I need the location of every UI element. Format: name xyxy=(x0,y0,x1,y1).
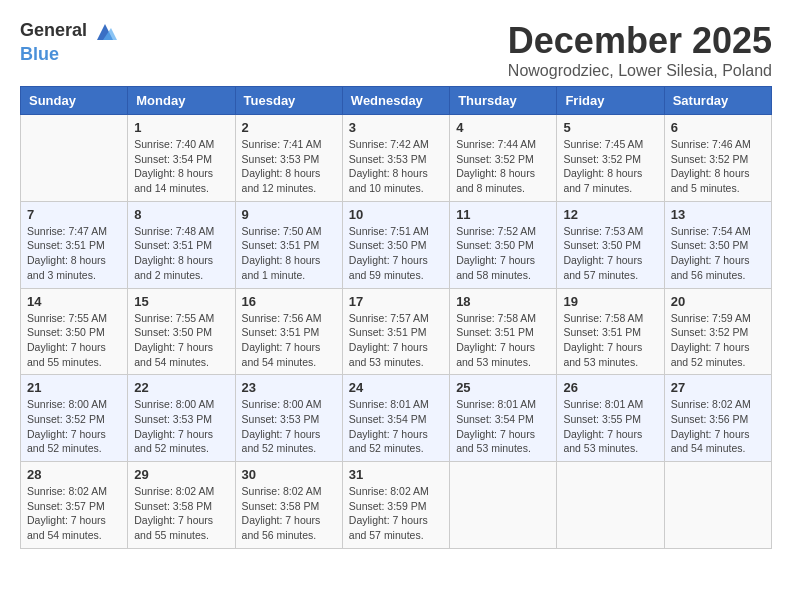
day-info: Sunrise: 8:01 AMSunset: 3:55 PMDaylight:… xyxy=(563,397,657,456)
calendar-week-row: 14Sunrise: 7:55 AMSunset: 3:50 PMDayligh… xyxy=(21,288,772,375)
day-info: Sunrise: 7:54 AMSunset: 3:50 PMDaylight:… xyxy=(671,224,765,283)
logo-icon xyxy=(93,20,117,44)
calendar-day-cell: 31Sunrise: 8:02 AMSunset: 3:59 PMDayligh… xyxy=(342,462,449,549)
day-info: Sunrise: 7:59 AMSunset: 3:52 PMDaylight:… xyxy=(671,311,765,370)
page-header: General Blue December 2025 Nowogrodziec,… xyxy=(20,20,772,80)
calendar-day-cell: 2Sunrise: 7:41 AMSunset: 3:53 PMDaylight… xyxy=(235,115,342,202)
day-number: 28 xyxy=(27,467,121,482)
day-info: Sunrise: 8:02 AMSunset: 3:59 PMDaylight:… xyxy=(349,484,443,543)
day-number: 17 xyxy=(349,294,443,309)
calendar-week-row: 28Sunrise: 8:02 AMSunset: 3:57 PMDayligh… xyxy=(21,462,772,549)
day-number: 2 xyxy=(242,120,336,135)
day-number: 22 xyxy=(134,380,228,395)
day-number: 12 xyxy=(563,207,657,222)
day-info: Sunrise: 7:44 AMSunset: 3:52 PMDaylight:… xyxy=(456,137,550,196)
calendar-week-row: 7Sunrise: 7:47 AMSunset: 3:51 PMDaylight… xyxy=(21,201,772,288)
logo: General Blue xyxy=(20,20,117,65)
calendar-day-cell: 1Sunrise: 7:40 AMSunset: 3:54 PMDaylight… xyxy=(128,115,235,202)
calendar-day-cell: 29Sunrise: 8:02 AMSunset: 3:58 PMDayligh… xyxy=(128,462,235,549)
day-info: Sunrise: 7:45 AMSunset: 3:52 PMDaylight:… xyxy=(563,137,657,196)
calendar-day-cell: 4Sunrise: 7:44 AMSunset: 3:52 PMDaylight… xyxy=(450,115,557,202)
calendar-day-cell: 27Sunrise: 8:02 AMSunset: 3:56 PMDayligh… xyxy=(664,375,771,462)
day-number: 7 xyxy=(27,207,121,222)
calendar-day-cell xyxy=(664,462,771,549)
calendar-day-cell xyxy=(557,462,664,549)
day-number: 31 xyxy=(349,467,443,482)
day-info: Sunrise: 7:55 AMSunset: 3:50 PMDaylight:… xyxy=(134,311,228,370)
day-info: Sunrise: 7:56 AMSunset: 3:51 PMDaylight:… xyxy=(242,311,336,370)
calendar-day-cell: 7Sunrise: 7:47 AMSunset: 3:51 PMDaylight… xyxy=(21,201,128,288)
logo-general: General xyxy=(20,20,87,40)
day-info: Sunrise: 8:00 AMSunset: 3:53 PMDaylight:… xyxy=(242,397,336,456)
day-number: 29 xyxy=(134,467,228,482)
weekday-header: Saturday xyxy=(664,87,771,115)
day-number: 16 xyxy=(242,294,336,309)
calendar-day-cell: 8Sunrise: 7:48 AMSunset: 3:51 PMDaylight… xyxy=(128,201,235,288)
day-info: Sunrise: 7:47 AMSunset: 3:51 PMDaylight:… xyxy=(27,224,121,283)
calendar-week-row: 1Sunrise: 7:40 AMSunset: 3:54 PMDaylight… xyxy=(21,115,772,202)
calendar-day-cell: 17Sunrise: 7:57 AMSunset: 3:51 PMDayligh… xyxy=(342,288,449,375)
day-info: Sunrise: 7:48 AMSunset: 3:51 PMDaylight:… xyxy=(134,224,228,283)
calendar-day-cell: 26Sunrise: 8:01 AMSunset: 3:55 PMDayligh… xyxy=(557,375,664,462)
day-info: Sunrise: 7:58 AMSunset: 3:51 PMDaylight:… xyxy=(456,311,550,370)
day-number: 30 xyxy=(242,467,336,482)
day-number: 18 xyxy=(456,294,550,309)
calendar-table: SundayMondayTuesdayWednesdayThursdayFrid… xyxy=(20,86,772,549)
weekday-header: Monday xyxy=(128,87,235,115)
day-info: Sunrise: 8:02 AMSunset: 3:57 PMDaylight:… xyxy=(27,484,121,543)
calendar-week-row: 21Sunrise: 8:00 AMSunset: 3:52 PMDayligh… xyxy=(21,375,772,462)
day-number: 8 xyxy=(134,207,228,222)
day-info: Sunrise: 8:01 AMSunset: 3:54 PMDaylight:… xyxy=(349,397,443,456)
day-info: Sunrise: 7:41 AMSunset: 3:53 PMDaylight:… xyxy=(242,137,336,196)
calendar-day-cell: 12Sunrise: 7:53 AMSunset: 3:50 PMDayligh… xyxy=(557,201,664,288)
calendar-day-cell: 16Sunrise: 7:56 AMSunset: 3:51 PMDayligh… xyxy=(235,288,342,375)
day-info: Sunrise: 8:02 AMSunset: 3:56 PMDaylight:… xyxy=(671,397,765,456)
calendar-day-cell: 5Sunrise: 7:45 AMSunset: 3:52 PMDaylight… xyxy=(557,115,664,202)
day-number: 20 xyxy=(671,294,765,309)
day-info: Sunrise: 8:02 AMSunset: 3:58 PMDaylight:… xyxy=(134,484,228,543)
day-number: 11 xyxy=(456,207,550,222)
day-info: Sunrise: 8:01 AMSunset: 3:54 PMDaylight:… xyxy=(456,397,550,456)
day-info: Sunrise: 7:58 AMSunset: 3:51 PMDaylight:… xyxy=(563,311,657,370)
day-number: 13 xyxy=(671,207,765,222)
day-number: 14 xyxy=(27,294,121,309)
calendar-day-cell: 21Sunrise: 8:00 AMSunset: 3:52 PMDayligh… xyxy=(21,375,128,462)
logo-blue: Blue xyxy=(20,44,59,64)
title-section: December 2025 Nowogrodziec, Lower Silesi… xyxy=(508,20,772,80)
calendar-day-cell xyxy=(450,462,557,549)
calendar-day-cell: 13Sunrise: 7:54 AMSunset: 3:50 PMDayligh… xyxy=(664,201,771,288)
calendar-day-cell: 25Sunrise: 8:01 AMSunset: 3:54 PMDayligh… xyxy=(450,375,557,462)
weekday-header: Sunday xyxy=(21,87,128,115)
day-number: 4 xyxy=(456,120,550,135)
calendar-day-cell: 23Sunrise: 8:00 AMSunset: 3:53 PMDayligh… xyxy=(235,375,342,462)
weekday-header: Wednesday xyxy=(342,87,449,115)
day-number: 9 xyxy=(242,207,336,222)
day-number: 23 xyxy=(242,380,336,395)
calendar-day-cell: 3Sunrise: 7:42 AMSunset: 3:53 PMDaylight… xyxy=(342,115,449,202)
calendar-day-cell: 10Sunrise: 7:51 AMSunset: 3:50 PMDayligh… xyxy=(342,201,449,288)
day-number: 27 xyxy=(671,380,765,395)
weekday-header: Tuesday xyxy=(235,87,342,115)
calendar-day-cell: 24Sunrise: 8:01 AMSunset: 3:54 PMDayligh… xyxy=(342,375,449,462)
calendar-day-cell: 30Sunrise: 8:02 AMSunset: 3:58 PMDayligh… xyxy=(235,462,342,549)
day-info: Sunrise: 7:52 AMSunset: 3:50 PMDaylight:… xyxy=(456,224,550,283)
weekday-header: Thursday xyxy=(450,87,557,115)
day-info: Sunrise: 7:57 AMSunset: 3:51 PMDaylight:… xyxy=(349,311,443,370)
calendar-day-cell: 9Sunrise: 7:50 AMSunset: 3:51 PMDaylight… xyxy=(235,201,342,288)
calendar-day-cell: 22Sunrise: 8:00 AMSunset: 3:53 PMDayligh… xyxy=(128,375,235,462)
day-info: Sunrise: 7:55 AMSunset: 3:50 PMDaylight:… xyxy=(27,311,121,370)
calendar-day-cell: 14Sunrise: 7:55 AMSunset: 3:50 PMDayligh… xyxy=(21,288,128,375)
calendar-day-cell: 6Sunrise: 7:46 AMSunset: 3:52 PMDaylight… xyxy=(664,115,771,202)
logo-text: General Blue xyxy=(20,20,117,65)
day-number: 21 xyxy=(27,380,121,395)
day-info: Sunrise: 7:40 AMSunset: 3:54 PMDaylight:… xyxy=(134,137,228,196)
day-info: Sunrise: 8:02 AMSunset: 3:58 PMDaylight:… xyxy=(242,484,336,543)
day-number: 3 xyxy=(349,120,443,135)
day-number: 6 xyxy=(671,120,765,135)
calendar-header-row: SundayMondayTuesdayWednesdayThursdayFrid… xyxy=(21,87,772,115)
calendar-day-cell: 18Sunrise: 7:58 AMSunset: 3:51 PMDayligh… xyxy=(450,288,557,375)
day-number: 10 xyxy=(349,207,443,222)
day-number: 19 xyxy=(563,294,657,309)
calendar-day-cell: 28Sunrise: 8:02 AMSunset: 3:57 PMDayligh… xyxy=(21,462,128,549)
calendar-day-cell xyxy=(21,115,128,202)
